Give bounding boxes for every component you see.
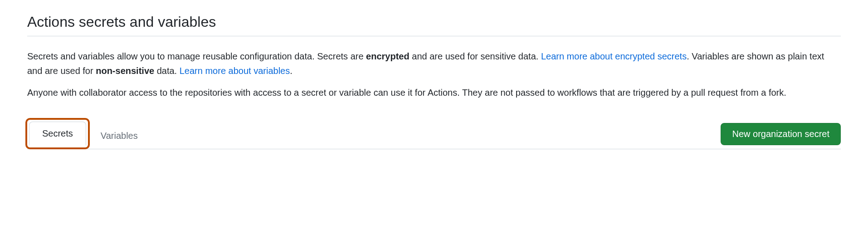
- description-block: Secrets and variables allow you to manag…: [27, 49, 841, 100]
- tabs-container: Secrets Variables: [27, 118, 149, 149]
- link-learn-variables[interactable]: Learn more about variables: [180, 66, 290, 76]
- desc-text: and are used for sensitive data.: [410, 51, 541, 61]
- tab-variables-wrapper: Variables: [90, 122, 149, 149]
- page-title: Actions secrets and variables: [27, 14, 841, 36]
- new-organization-secret-button[interactable]: New organization secret: [721, 123, 841, 145]
- desc-bold-encrypted: encrypted: [366, 51, 410, 61]
- desc-text: data.: [154, 66, 180, 76]
- desc-text: .: [290, 66, 293, 76]
- tab-secrets[interactable]: Secrets: [29, 122, 86, 146]
- desc-bold-nonsensitive: non-sensitive: [96, 66, 154, 76]
- tab-row: Secrets Variables New organization secre…: [27, 118, 841, 149]
- link-learn-secrets[interactable]: Learn more about encrypted secrets: [541, 51, 687, 61]
- description-paragraph-1: Secrets and variables allow you to manag…: [27, 49, 841, 78]
- description-paragraph-2: Anyone with collaborator access to the r…: [27, 85, 841, 100]
- desc-text: Secrets and variables allow you to manag…: [27, 51, 366, 61]
- tab-secrets-highlight: Secrets: [25, 118, 90, 149]
- tab-variables[interactable]: Variables: [92, 124, 147, 147]
